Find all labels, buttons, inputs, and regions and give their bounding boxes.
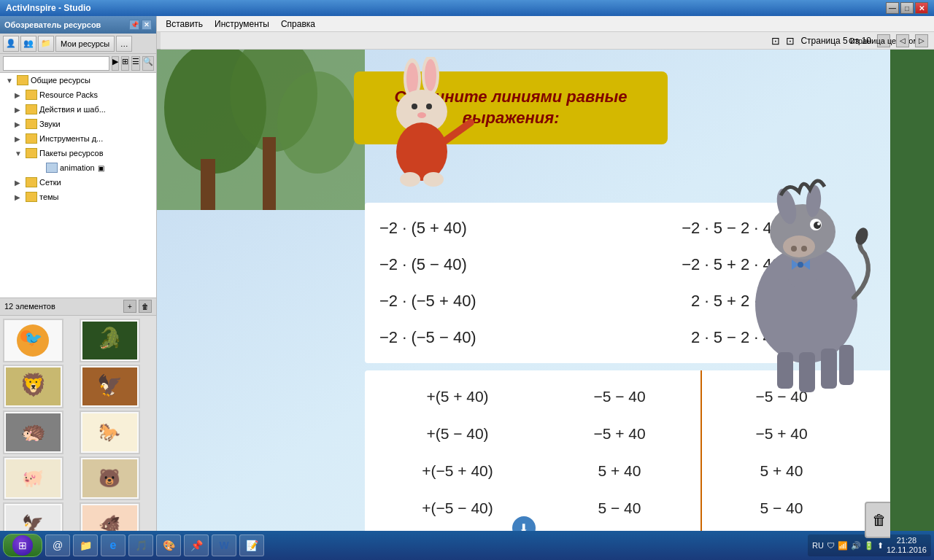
thumb-image: 🐎 [82,413,137,451]
thumbnail-item[interactable]: 🦅 [80,365,140,408]
sidebar-header: Обозреватель ресурсов 📌 ✕ [0,16,156,34]
svg-line-36 [445,122,471,141]
svg-rect-55 [821,349,837,389]
sidebar-pin-icon[interactable]: 📌 [129,20,139,30]
tree-sounds[interactable]: ▶ Звуки [0,117,156,131]
svg-text:🐻: 🐻 [99,467,120,489]
tree-label: Действия и шаб... [39,105,106,114]
svg-point-38 [423,172,444,187]
search-go-btn[interactable]: 🔍 [142,56,154,71]
svg-text:🐊: 🐊 [96,326,122,350]
taskbar-ie[interactable]: e [101,534,126,556]
bottom-row-2: +(5 − 40) −5 + 40 −5 + 40 −(5 − 40) [377,425,890,443]
col1: +(5 + 40) [377,388,539,405]
list-btn[interactable]: ☰ [131,56,140,71]
tree-animation[interactable]: animation ▣ [0,160,156,175]
sidebar-close-icon[interactable]: ✕ [142,20,152,30]
maximize-button[interactable]: □ [900,2,914,14]
taskbar-word[interactable]: W [212,534,236,556]
tree-packages[interactable]: ▼ Пакеты ресурсов [0,146,156,160]
rabbit-svg [372,57,482,188]
thumb-image: 🐊 [82,322,137,359]
count-bar: 12 элементов + 🗑 [0,298,156,316]
folder-icon [26,90,37,100]
thumbnail-item[interactable]: 🐦 [3,319,63,362]
col1: +(−5 + 40) [377,462,539,480]
svg-rect-26 [263,137,276,210]
column-divider [700,370,702,534]
col2: 5 − 40 [539,499,700,517]
folder-icon [26,104,37,114]
col2: −5 + 40 [539,425,700,443]
element-count: 12 элементов [4,302,55,311]
thumbnail-item[interactable]: 🐊 [80,319,140,362]
tree-tools[interactable]: ▶ Инструменты д... [0,131,156,146]
bottom-row-3: +(−5 + 40) 5 + 40 5 + 40 −(−5 + 40) [377,462,890,480]
minimize-button[interactable]: — [886,2,899,14]
delete-btn[interactable]: 🗑 [139,300,152,313]
svg-point-52 [798,262,803,268]
more-btn[interactable]: … [116,36,132,52]
taskbar-app2[interactable]: 📌 [184,534,209,556]
math-left-2: −2 · (5 − 40) [379,255,560,274]
rabbit-character [372,57,482,191]
page-prev-button[interactable]: ◁ [896,34,909,47]
view-btn[interactable]: ⊞ [121,56,129,71]
trash-bin[interactable]: 🗑 [865,502,890,538]
svg-point-33 [426,104,432,109]
taskbar-folder[interactable]: 📁 [73,534,98,556]
tree-general-resources[interactable]: ▼ Общие ресурсы [0,73,156,88]
thumbnail-item[interactable]: 🐎 [80,411,140,454]
math-left-3: −2 · (−5 + 40) [379,292,560,311]
taskbar-email[interactable]: @ [45,534,70,556]
update-icon: ⬆ [877,541,884,551]
thumb-image: 🦔 [6,413,61,451]
thumb-image: 🦅 [82,368,137,405]
app-title: ActivInspire - Studio [6,3,91,13]
add-btn[interactable]: + [123,300,136,313]
svg-point-24 [277,71,358,174]
thumbnail-item[interactable]: 🐖 [3,456,63,500]
start-button[interactable]: ⊞ [3,534,42,557]
thumb-image: 🐻 [82,459,137,497]
folder-icon [26,192,37,202]
svg-point-30 [425,59,436,91]
col3: 5 + 40 [700,462,862,480]
my-resources-btn[interactable]: Мои ресурсы [55,36,115,52]
tree-label: Общие ресурсы [31,76,90,85]
menu-tools[interactable]: Инструменты [209,18,275,31]
page-next-button[interactable]: ▷ [915,34,928,47]
tree-actions[interactable]: ▶ Действия и шаб... [0,102,156,117]
thumb-image: 🐖 [6,459,61,497]
tree-themes[interactable]: ▶ темы [0,190,156,204]
thumbnail-item[interactable]: 🐻 [80,456,140,500]
play-btn[interactable]: ▶ [112,56,119,71]
col1: +(5 − 40) [377,425,539,443]
page-fit-button[interactable]: Страница целиком [877,34,890,47]
tree-grids[interactable]: ▶ Сетки [0,175,156,190]
svg-point-57 [853,226,870,246]
svg-point-37 [400,172,420,187]
close-button[interactable]: ✕ [915,2,928,14]
folder-icon [26,119,37,129]
col3: 5 − 40 [700,499,862,517]
thumbnail-item[interactable]: 🦔 [3,411,63,454]
thumbnail-item[interactable]: 🦁 [3,365,63,408]
app3-icon: 📝 [246,540,258,551]
svg-point-32 [412,104,417,109]
taskbar-app1[interactable]: 🎨 [156,534,181,556]
folder-icon [26,133,37,144]
person-icon[interactable]: 👤 [3,36,19,52]
menu-help[interactable]: Справка [275,18,321,31]
tree-resource-packs[interactable]: ▶ Resource Packs [0,88,156,102]
taskbar-app3[interactable]: 📝 [239,534,264,556]
group-icon[interactable]: 👥 [20,36,36,52]
folder-icon[interactable]: 📁 [38,36,54,52]
menu-insert[interactable]: Вставить [160,18,209,31]
math-left-1: −2 · (5 + 40) [379,219,560,238]
main-canvas: Соедините линиями равныевыражения: −2 · … [157,50,890,545]
taskbar-media[interactable]: 🎵 [128,534,153,556]
tree-label: Пакеты ресурсов [39,149,104,158]
search-input[interactable] [3,56,109,71]
svg-text:🦁: 🦁 [20,372,47,398]
